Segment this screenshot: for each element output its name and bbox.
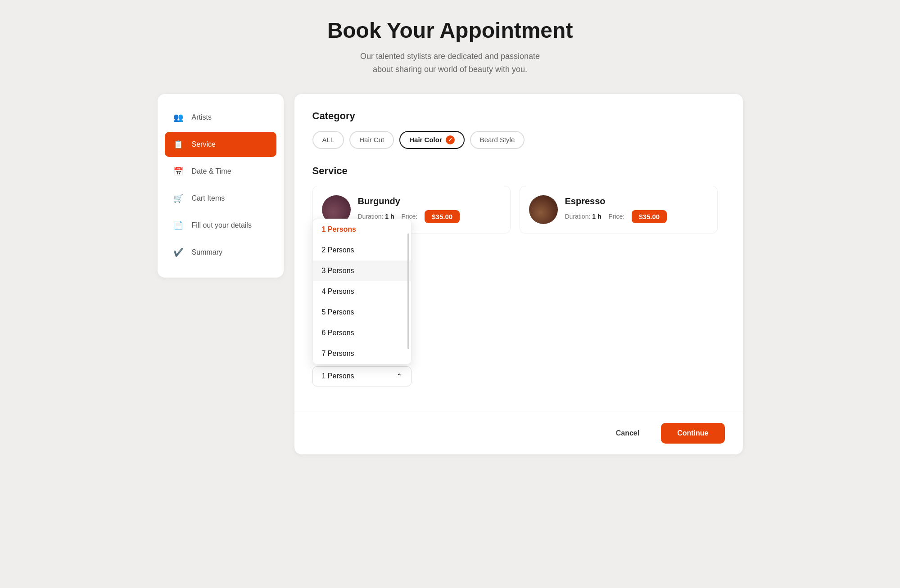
sidebar-item-datetime[interactable]: 📅 Date & Time bbox=[165, 159, 276, 184]
sidebar-icon-service: 📋 bbox=[172, 138, 185, 151]
quantity-dropdown[interactable]: 1 Persons2 Persons3 Persons4 Persons5 Pe… bbox=[312, 219, 412, 364]
sidebar-item-artists[interactable]: 👥 Artists bbox=[165, 105, 276, 130]
price-badge-burgundy: $35.00 bbox=[425, 210, 460, 223]
category-tab-all[interactable]: ALL bbox=[312, 131, 344, 149]
service-info-espresso: Espresso Duration: 1 h Price: $35.00 bbox=[565, 196, 708, 223]
page-title: Book Your Appointment bbox=[9, 18, 891, 43]
sidebar-label-summary: Summary bbox=[192, 248, 222, 256]
category-tabs: ALLHair CutHair Color✓Beard Style bbox=[312, 131, 725, 149]
check-icon: ✓ bbox=[446, 135, 455, 144]
service-card-espresso[interactable]: Espresso Duration: 1 h Price: $35.00 bbox=[520, 186, 718, 233]
sidebar: 👥 Artists 📋 Service 📅 Date & Time 🛒 Cart… bbox=[158, 94, 284, 278]
dropdown-option-1p[interactable]: 1 Persons bbox=[313, 219, 411, 240]
sidebar-label-cart: Cart Items bbox=[192, 194, 225, 202]
tab-label-beardstyle: Beard Style bbox=[480, 136, 515, 144]
service-title: Service bbox=[312, 165, 725, 177]
category-title: Category bbox=[312, 110, 725, 122]
sidebar-item-summary[interactable]: ✔️ Summary bbox=[165, 240, 276, 265]
service-name-burgundy: Burgundy bbox=[358, 196, 501, 206]
dropdown-option-4p[interactable]: 4 Persons bbox=[313, 281, 411, 302]
duration-label-espresso: Duration: 1 h bbox=[565, 213, 602, 220]
sidebar-icon-details: 📄 bbox=[172, 219, 185, 232]
category-tab-haircut[interactable]: Hair Cut bbox=[349, 131, 394, 149]
dropdown-option-7p[interactable]: 7 Persons bbox=[313, 343, 411, 364]
sidebar-label-details: Fill out your details bbox=[192, 221, 252, 229]
sidebar-icon-summary: ✔️ bbox=[172, 246, 185, 259]
chevron-up-icon: ⌃ bbox=[396, 372, 402, 381]
sidebar-item-cart[interactable]: 🛒 Cart Items bbox=[165, 186, 276, 211]
dropdown-option-3p[interactable]: 3 Persons bbox=[313, 260, 411, 281]
cancel-button[interactable]: Cancel bbox=[602, 423, 654, 444]
sidebar-item-service[interactable]: 📋 Service bbox=[165, 132, 276, 157]
sidebar-label-datetime: Date & Time bbox=[192, 167, 231, 175]
content-footer: Cancel Continue bbox=[294, 412, 743, 454]
category-tab-beardstyle[interactable]: Beard Style bbox=[470, 131, 525, 149]
sidebar-icon-artists: 👥 bbox=[172, 111, 185, 124]
dropdown-option-2p[interactable]: 2 Persons bbox=[313, 240, 411, 260]
sidebar-label-artists: Artists bbox=[192, 113, 212, 121]
quantity-selected-value: 1 Persons bbox=[322, 372, 354, 380]
price-badge-espresso: $35.00 bbox=[632, 210, 667, 223]
dropdown-scrollbar bbox=[407, 233, 409, 350]
tab-label-all: ALL bbox=[322, 136, 335, 144]
tab-label-haircut: Hair Cut bbox=[359, 136, 384, 144]
service-meta-espresso: Duration: 1 h Price: $35.00 bbox=[565, 210, 708, 223]
sidebar-icon-datetime: 📅 bbox=[172, 165, 185, 178]
sidebar-item-details[interactable]: 📄 Fill out your details bbox=[165, 213, 276, 238]
service-avatar-espresso bbox=[529, 195, 558, 224]
sidebar-icon-cart: 🛒 bbox=[172, 192, 185, 205]
price-label-espresso: Price: bbox=[608, 213, 624, 220]
sidebar-label-service: Service bbox=[192, 140, 216, 148]
quantity-select-display[interactable]: 1 Persons ⌃ bbox=[312, 366, 412, 386]
main-content: Category ALLHair CutHair Color✓Beard Sty… bbox=[294, 94, 743, 454]
quantity-select-wrapper: 1 Persons2 Persons3 Persons4 Persons5 Pe… bbox=[312, 366, 412, 386]
dropdown-option-5p[interactable]: 5 Persons bbox=[313, 302, 411, 323]
dropdown-option-6p[interactable]: 6 Persons bbox=[313, 323, 411, 343]
service-name-espresso: Espresso bbox=[565, 196, 708, 206]
continue-button[interactable]: Continue bbox=[661, 423, 724, 444]
tab-label-haircolor: Hair Color bbox=[409, 136, 442, 144]
category-tab-haircolor[interactable]: Hair Color✓ bbox=[399, 131, 465, 149]
page-subtitle: Our talented stylists are dedicated and … bbox=[9, 50, 891, 76]
